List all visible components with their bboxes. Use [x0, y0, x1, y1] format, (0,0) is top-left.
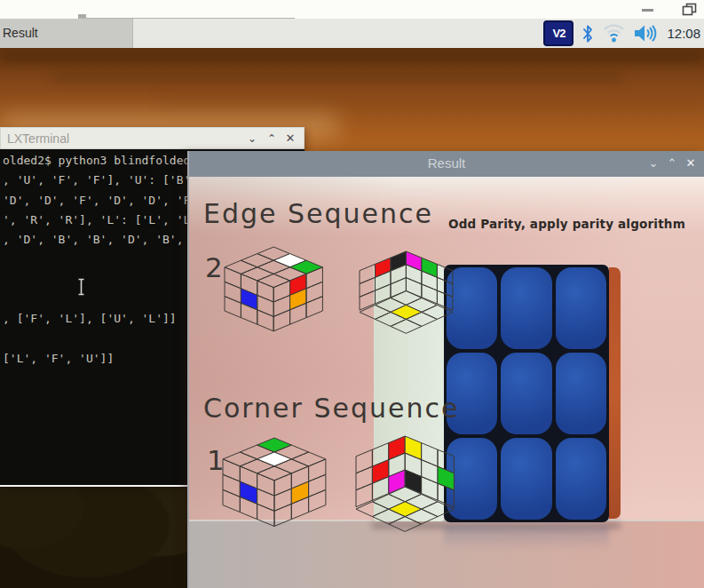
taskbar-item-result[interactable]: Result	[0, 19, 133, 48]
bluetooth-icon[interactable]	[581, 24, 594, 44]
blue-sticker	[447, 267, 497, 349]
edge-step-number: 2	[205, 251, 223, 283]
cube-right-edge	[609, 267, 621, 519]
maximize-button[interactable]: ⌃	[664, 151, 680, 176]
blue-sticker	[501, 267, 551, 349]
result-title: Result	[189, 151, 704, 176]
close-button[interactable]: ✕	[683, 151, 699, 176]
blue-sticker	[556, 267, 606, 349]
blue-sticker	[556, 353, 606, 434]
cube-blue-face	[444, 265, 609, 522]
parity-note: Odd Parity, apply parity algorithm	[448, 217, 685, 231]
shade-button[interactable]: ⌄	[645, 151, 661, 176]
vnc-icon[interactable]: V2	[543, 20, 573, 46]
cloud-streak	[160, 96, 704, 107]
host-window-titlebar	[0, 0, 704, 19]
close-button[interactable]: ✕	[283, 128, 297, 149]
system-tray: V2 12:08	[543, 19, 700, 48]
taskbar: Result V2 12:08	[0, 19, 704, 48]
clock: 12:08	[665, 26, 700, 41]
terminal-output: olded2$ python3 blindfolded.p , 'U', 'F'…	[3, 151, 204, 369]
corner-cube-diagram-bottom-view	[355, 435, 455, 533]
text-cursor-pointer	[76, 278, 86, 299]
volume-icon[interactable]	[634, 24, 657, 43]
corner-sequence-heading: Corner Sequence	[203, 393, 459, 424]
blue-sticker	[556, 438, 606, 520]
cube-reflection	[444, 526, 609, 551]
result-window: Result ⌄ ⌃ ✕	[187, 151, 704, 588]
edge-cube-diagram-top-view	[224, 246, 324, 332]
minimize-icon[interactable]	[642, 9, 653, 12]
terminal-title: LXTerminal	[7, 128, 69, 149]
wallpaper-trees	[0, 487, 189, 588]
shade-button[interactable]: ⌄	[245, 128, 259, 149]
restore-icon[interactable]	[682, 3, 698, 16]
edge-cube-diagram-bottom-view	[359, 250, 454, 335]
cloud-streak	[53, 73, 621, 82]
result-titlebar[interactable]: Result ⌄ ⌃ ✕	[189, 151, 704, 177]
cloud-streak	[0, 52, 704, 63]
vnc-desktop: Result V2 12:08 LXTerminal ⌄	[0, 0, 704, 588]
result-image-view: Edge Sequence Odd Parity, apply parity a…	[189, 177, 704, 588]
wifi-icon[interactable]	[602, 23, 626, 44]
edge-sequence-heading: Edge Sequence	[203, 198, 433, 229]
maximize-button[interactable]: ⌃	[265, 128, 279, 149]
corner-cube-diagram-top-view	[222, 437, 327, 528]
blue-sticker	[501, 438, 551, 520]
blue-sticker	[501, 353, 551, 434]
terminal-titlebar[interactable]: LXTerminal ⌄ ⌃ ✕	[0, 127, 305, 149]
